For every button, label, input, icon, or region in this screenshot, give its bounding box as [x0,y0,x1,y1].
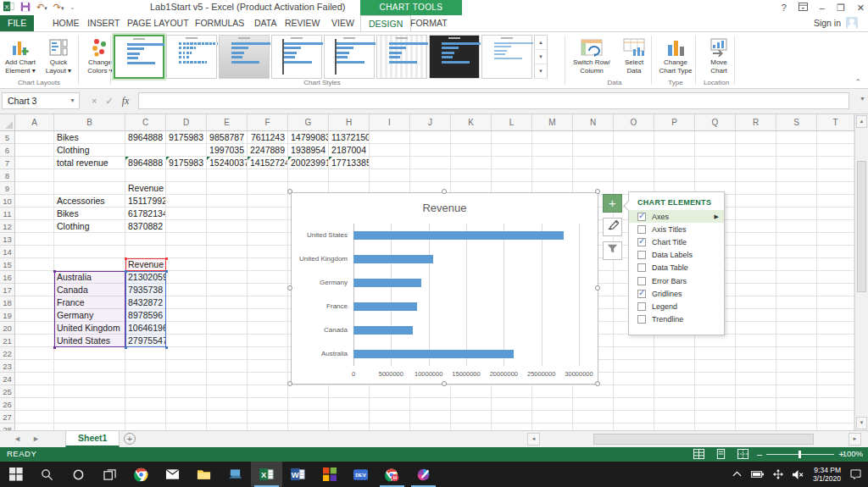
prev-sheet-icon[interactable]: ◄ [14,434,21,443]
restore-icon[interactable]: ❐ [837,1,845,14]
cell-T28[interactable] [817,423,854,430]
horizontal-scrollbar[interactable]: ◄ ► [527,433,861,445]
row-header-21[interactable]: 21 [0,335,15,347]
column-header-B[interactable]: B [54,114,125,131]
chart-styles-button[interactable] [603,218,622,236]
cell-Q7[interactable] [695,157,736,169]
cell-D6[interactable] [166,144,207,157]
cell-T26[interactable] [817,398,854,411]
cell-F14[interactable] [248,246,288,258]
cell-R23[interactable] [736,360,776,373]
cell-T13[interactable] [817,233,854,246]
tab-view[interactable]: VIEW [324,15,362,31]
tab-page-layout[interactable]: PAGE LAYOUT [120,15,197,31]
row-header-12[interactable]: 12 [0,220,15,233]
cell-B27[interactable] [54,411,125,423]
volume-muted-icon[interactable] [793,470,804,479]
row-header-6[interactable]: 6 [0,144,15,157]
cell-S26[interactable] [776,398,817,411]
cell-H8[interactable] [329,169,370,182]
row-header-24[interactable]: 24 [0,373,15,385]
cell-H27[interactable] [329,411,370,423]
cell-R13[interactable] [736,233,776,246]
cell-E11[interactable] [207,208,248,220]
cell-M26[interactable] [532,398,573,411]
taskbar-cortana-icon[interactable] [63,462,94,487]
checkbox-unchecked-icon[interactable] [637,302,646,311]
cell-P28[interactable] [654,423,695,430]
cell-A9[interactable] [15,182,54,195]
row-header-28[interactable]: 28 [0,423,15,430]
cell-D23[interactable] [166,360,207,373]
cell-A13[interactable] [15,233,54,246]
cell-D18[interactable] [166,296,207,309]
cell-P8[interactable] [654,169,695,182]
cell-B16[interactable]: Australia [54,271,125,284]
cell-R9[interactable] [736,182,776,195]
chart-elements-button[interactable]: + [603,194,622,213]
cell-E8[interactable] [207,169,248,182]
cell-N5[interactable] [573,131,614,144]
cell-D11[interactable] [166,208,207,220]
cell-R6[interactable] [736,144,776,157]
cell-T7[interactable] [817,157,854,169]
chart-resize-handle[interactable] [595,381,600,386]
cell-L25[interactable] [492,385,532,398]
row-header-23[interactable]: 23 [0,360,15,373]
cell-H28[interactable] [329,423,370,430]
cell-R19[interactable] [736,309,776,322]
scroll-left-icon[interactable]: ◄ [527,433,540,445]
cell-E16[interactable] [207,271,248,284]
new-sheet-icon[interactable]: + [124,433,136,445]
cell-B6[interactable]: Clothing [54,144,125,157]
cell-K6[interactable] [451,144,492,157]
chart-resize-handle[interactable] [595,285,600,291]
cell-E18[interactable] [207,296,248,309]
column-header-L[interactable]: L [492,114,532,131]
cell-N27[interactable] [573,411,614,423]
cell-B5[interactable]: Bikes [54,131,125,144]
name-box-dropdown-icon[interactable]: ▼ [70,93,75,108]
chart-element-option-legend[interactable]: Legend [629,300,724,313]
chart-bar-france[interactable] [353,302,417,311]
cell-F25[interactable] [248,385,288,398]
ribbon-display-options-icon[interactable] [798,1,808,14]
cell-T9[interactable] [817,182,854,195]
chart-element-option-error-bars[interactable]: Error Bars [629,274,724,287]
row-header-15[interactable]: 15 [0,258,15,271]
cell-C17[interactable]: 7935738 [125,284,166,296]
cell-N28[interactable] [573,423,614,430]
cell-E28[interactable] [207,423,248,430]
cell-T19[interactable] [817,309,854,322]
cell-Q6[interactable] [695,144,736,157]
cell-I27[interactable] [370,411,410,423]
cell-B9[interactable] [54,182,125,195]
cell-I26[interactable] [370,398,410,411]
chart-style-7[interactable] [429,35,480,79]
cell-F12[interactable] [248,220,288,233]
checkbox-unchecked-icon[interactable] [637,225,646,234]
row-header-18[interactable]: 18 [0,296,15,309]
column-header-O[interactable]: O [614,114,654,131]
cell-B20[interactable]: United Kingdom [54,322,125,335]
cell-F27[interactable] [248,411,288,423]
cell-M7[interactable] [532,157,573,169]
cell-F17[interactable] [248,284,288,296]
cell-A19[interactable] [15,309,54,322]
chart-style-3[interactable] [219,35,270,79]
cell-A16[interactable] [15,271,54,284]
next-sheet-icon[interactable]: ► [32,434,40,443]
taskbar-task-view-icon[interactable] [94,462,125,487]
cell-B24[interactable] [54,373,125,385]
hidden-icons-icon[interactable] [732,470,742,479]
cell-F19[interactable] [248,309,288,322]
chart-element-option-gridlines[interactable]: Gridlines [629,287,724,300]
cell-C26[interactable] [125,398,166,411]
zoom-slider[interactable]: – + [757,448,844,460]
cell-D17[interactable] [166,284,207,296]
cell-R15[interactable] [736,258,776,271]
cell-F6[interactable]: 2247889 [248,144,288,157]
cell-E21[interactable] [207,335,248,347]
cell-R17[interactable] [736,284,776,296]
cell-D27[interactable] [166,411,207,423]
